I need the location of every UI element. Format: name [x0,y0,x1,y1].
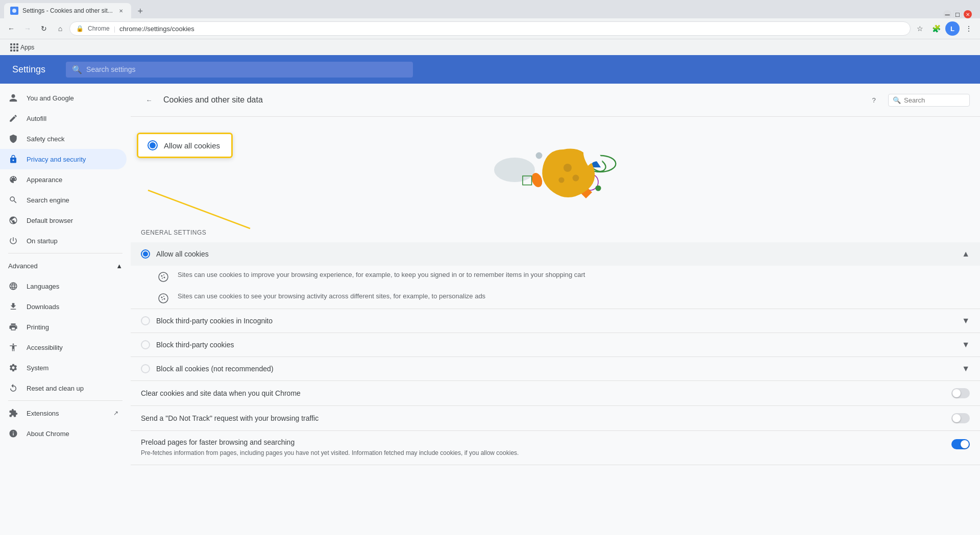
extension-icon [8,408,18,418]
shield-icon [8,134,18,144]
sidebar-label-autofill: Autofill [27,115,46,122]
svg-point-21 [164,298,165,300]
cookie-option-block-incognito-header[interactable]: Block third-party cookies in Incognito ▼ [131,309,980,333]
sidebar-item-default-browser[interactable]: Default browser [0,210,127,231]
cookie-svg [474,129,637,211]
preload-label: Preload pages for faster browsing and se… [141,438,945,446]
cookie-detail-icon-1 [157,271,169,283]
sidebar-item-search-engine[interactable]: Search engine [0,190,127,210]
svg-point-16 [164,277,165,278]
sidebar-item-privacy-and-security[interactable]: Privacy and security [0,149,127,169]
content-back-button[interactable]: ← [141,92,157,108]
home-button[interactable]: ⌂ [53,21,67,36]
preload-description: Pre-fetches information from pages, incl… [141,448,945,457]
sidebar-label-about: About Chrome [27,430,69,438]
chevron-down-icon-1: ▼ [962,316,970,325]
settings-search-icon: 🔍 [72,65,82,74]
back-button[interactable]: ← [4,21,18,36]
block-all-label: Block all cookies (not recommended) [156,365,955,373]
svg-point-22 [162,299,163,300]
sidebar-divider-1 [8,253,122,253]
radio-allow-all[interactable] [141,249,150,259]
svg-point-10 [558,177,564,183]
sidebar-label-languages: Languages [27,283,59,290]
chevron-up-icon: ▲ [962,249,970,259]
sidebar-item-about[interactable]: About Chrome [0,423,127,444]
person-icon [8,93,18,103]
sidebar-item-system[interactable]: System [0,358,127,378]
sidebar-label-privacy: Privacy and security [27,156,86,163]
sidebar-item-reset[interactable]: Reset and clean up [0,378,127,398]
sidebar-item-autofill[interactable]: Autofill [0,108,127,129]
sidebar-item-you-and-google[interactable]: You and Google [0,88,127,108]
navigation-bar: ← → ↻ ⌂ 🔒 Chrome | chrome://settings/coo… [0,18,980,39]
sidebar-item-languages[interactable]: Languages [0,276,127,296]
sidebar-label-downloads: Downloads [27,303,59,311]
cookie-illustration [131,117,980,223]
sidebar-label-appearance: Appearance [27,176,62,184]
radio-block-all[interactable] [141,364,150,373]
block-incognito-label: Block third-party cookies in Incognito [156,317,955,325]
sidebar-item-printing[interactable]: Printing [0,317,127,337]
security-icon: 🔒 [76,25,84,32]
apps-grid-icon [10,43,18,52]
bookmarks-bar: Apps [0,39,980,55]
cookie-option-allow-all-header[interactable]: Allow all cookies ▲ [131,242,980,266]
menu-button[interactable]: ⋮ [962,21,976,36]
clear-on-quit-toggle[interactable] [951,388,970,398]
help-button[interactable]: ? [866,92,882,108]
toggle-row-clear-on-quit: Clear cookies and site data when you qui… [131,381,980,406]
main-content: ← Cookies and other site data ? 🔍 [131,84,980,535]
sidebar-advanced-header[interactable]: Advanced ▲ [0,256,131,276]
sidebar-item-on-startup[interactable]: On startup [0,231,127,251]
tab-close-button[interactable]: ✕ [117,7,125,15]
sidebar-item-downloads[interactable]: Downloads [0,296,127,317]
svg-point-19 [161,297,163,298]
sidebar-item-appearance[interactable]: Appearance [0,169,127,190]
minimize-button[interactable]: ─ [943,10,951,18]
maximize-button[interactable]: □ [953,10,962,18]
sidebar-item-extensions[interactable]: Extensions ↗ [0,403,127,423]
allow-all-detail-text-2: Sites can use cookies to see your browsi… [178,291,485,301]
forward-button[interactable]: → [20,21,35,36]
profile-button[interactable]: L [945,21,960,36]
cookie-option-block-third-party-header[interactable]: Block third-party cookies ▼ [131,333,980,356]
system-icon [8,363,18,373]
settings-search-input[interactable] [86,65,407,73]
content-search-input[interactable] [904,96,965,104]
extensions-button[interactable]: 🧩 [929,21,943,36]
address-bar[interactable]: 🔒 Chrome | chrome://settings/cookies [69,21,911,36]
settings-search-wrap[interactable]: 🔍 [66,62,413,78]
url-separator: | [114,25,115,33]
apps-bookmark[interactable]: Apps [6,41,38,54]
radio-block-third-party[interactable] [141,340,150,349]
do-not-track-toggle[interactable] [951,413,970,423]
cookie-option-block-third-party: Block third-party cookies ▼ [131,333,980,357]
content-search-icon: 🔍 [893,96,901,104]
svg-point-8 [564,164,572,172]
reload-button[interactable]: ↻ [37,21,51,36]
content-page-title: Cookies and other site data [163,95,860,105]
active-tab[interactable]: Settings - Cookies and other sit... ✕ [4,3,131,18]
chevron-down-icon-3: ▼ [962,364,970,373]
preload-label-group: Preload pages for faster browsing and se… [141,438,945,457]
new-tab-button[interactable]: + [133,4,148,18]
svg-point-14 [161,275,163,277]
allow-all-detail-1: Sites can use cookies to improve your br… [131,266,980,287]
svg-point-2 [536,152,543,159]
sidebar-item-safety-check[interactable]: Safety check [0,129,127,149]
reset-icon [8,383,18,393]
allow-all-label: Allow all cookies [156,250,955,258]
cookie-option-block-all-header[interactable]: Block all cookies (not recommended) ▼ [131,357,980,380]
svg-point-9 [573,175,579,182]
apps-label: Apps [20,44,34,51]
content-header: ← Cookies and other site data ? 🔍 [131,84,980,117]
sidebar-divider-2 [8,400,122,401]
radio-block-incognito[interactable] [141,316,150,325]
chevron-up-icon: ▲ [116,262,122,270]
content-search-bar[interactable]: 🔍 [888,94,970,107]
sidebar-item-accessibility[interactable]: Accessibility [0,337,127,358]
bookmark-star-button[interactable]: ☆ [913,21,927,36]
preload-toggle[interactable] [951,439,970,449]
close-window-button[interactable]: ✕ [964,10,972,18]
